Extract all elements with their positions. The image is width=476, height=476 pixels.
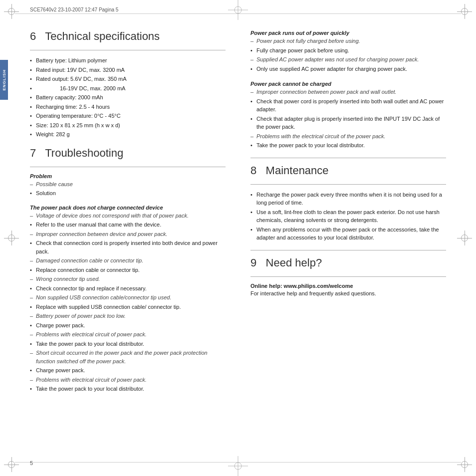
sol3: Replace connection cable or connector ti… (30, 266, 226, 274)
maintenance-item: When any problems occur with the power p… (250, 226, 446, 242)
r-sol5: Take the power pack to your local distri… (250, 141, 446, 150)
reg-mark-top-right (457, 4, 472, 19)
sol6: Charge power pack. (30, 321, 226, 330)
maintenance-item: Recharge the power pack every three mont… (250, 191, 446, 207)
section6-block: 6 Technical specifications Battery type:… (30, 30, 226, 139)
section9-divider (250, 276, 446, 277)
sidebar-tab: ENGLISH (0, 60, 8, 100)
section7-divider (30, 167, 226, 167)
section6-number: 6 (30, 30, 36, 42)
online-help-label: Online help: www.philips.com/welcome (250, 283, 446, 289)
subsection1-heading: The power pack does not charge connected… (30, 205, 226, 211)
crosshair-bottom (228, 456, 248, 476)
sol8: Charge power pack. (30, 366, 226, 375)
cause1: Voltage of device does not correspond wi… (30, 212, 226, 220)
reg-mark-mid-right (457, 231, 472, 245)
reg-mark-mid-left (4, 231, 19, 245)
sidebar-label: ENGLISH (2, 69, 6, 91)
cause3: Damaged connection cable or connector ti… (30, 256, 226, 265)
sol4: Check connector tip and replace if neces… (30, 284, 226, 293)
cause8: Short circuit occurred in the power pack… (30, 349, 226, 365)
cause6: Battery power of power pack too low. (30, 312, 226, 320)
section7-title: Troubleshooting (45, 147, 123, 159)
spec-item: Rated output: 5.6V DC, max. 350 mA (30, 75, 226, 83)
r-cause1: Power pack not fully charged before usin… (250, 37, 446, 45)
reg-mark-bottom-left (4, 457, 19, 472)
spec-item: Recharging time: 2.5 - 4 hours (30, 103, 226, 111)
cause4: Wrong connector tip used. (30, 275, 226, 283)
section8-heading: 8 Maintenance (250, 164, 446, 179)
left-column: 6 Technical specifications Battery type:… (30, 30, 231, 451)
power-cannot-charge-heading: Power pack cannot be charged (250, 81, 446, 87)
power-cannot-charge-section: Power pack cannot be charged Improper co… (250, 81, 446, 150)
section8-block: 8 Maintenance Recharge the power pack ev… (250, 164, 446, 242)
r-sol1: Fully charge power pack before using. (250, 46, 446, 55)
r-cause4: Problems with the electrical circuit of … (250, 132, 446, 141)
sol2: Check that connection cord is properly i… (30, 239, 226, 255)
section9-block: 9 Need help? Online help: www.philips.co… (250, 256, 446, 296)
reg-mark-bottom-right (457, 457, 472, 472)
maintenance-item: Use a soft, lint-free cloth to clean the… (250, 208, 446, 225)
section9-title: Need help? (266, 256, 322, 269)
r-sol2: Only use supplied AC power adapter for c… (250, 65, 446, 73)
right-column: Power pack runs out of power quickly Pow… (245, 30, 446, 451)
cause5: Non supplied USB connection cable/connec… (30, 293, 226, 302)
spec-list: Battery type: Lithium polymer Rated inpu… (30, 56, 226, 139)
spec-item: Size: 120 x 81 x 25 mm (h x w x d) (30, 121, 226, 130)
cause-possible: Possible cause (30, 180, 226, 189)
cause7: Problems with electrical circuit of powe… (30, 330, 226, 339)
r-cause2: Supplied AC power adapter was not used f… (250, 55, 446, 64)
sol7: Take the power pack to your local distri… (30, 340, 226, 348)
section7-number: 7 (30, 147, 36, 159)
page: SCE7640v2 23-10-2007 12:47 Pagina 5 ENGL… (0, 0, 476, 476)
section8-number: 8 (250, 164, 256, 177)
cause9: Problems with electrical circuit of powe… (30, 376, 226, 384)
spec-item: Weight: 282 g (30, 130, 226, 139)
doc-header-text: SCE7640v2 23-10-2007 12:47 Pagina 5 (30, 7, 118, 12)
power-runs-out-heading: Power pack runs out of power quickly (250, 30, 446, 36)
spec-item: Battery capacity: 2000 mAh (30, 93, 226, 102)
spec-item: Battery type: Lithium polymer (30, 56, 226, 65)
r-sol3: Check that power cord is properly insert… (250, 97, 446, 114)
section7-block: 7 Troubleshooting Problem Possible cause… (30, 147, 226, 393)
right-divider2 (250, 250, 446, 250)
section8-title: Maintenance (266, 164, 329, 177)
sol9: Take the power pack to your local distri… (30, 385, 226, 393)
right-divider1 (250, 158, 446, 158)
section6-title: Technical specifications (45, 30, 160, 42)
section6-heading: 6 Technical specifications (30, 30, 226, 45)
r-sol4: Check that adapter plug is properly inse… (250, 115, 446, 131)
section9-heading: 9 Need help? (250, 256, 446, 271)
solution-example: Solution (30, 189, 226, 198)
sol1: Refer to the user manual that came with … (30, 221, 226, 229)
cause2: Improper connection between device and p… (30, 230, 226, 238)
spec-item: Operating temperature: 0°C - 45°C (30, 112, 226, 120)
r-cause3: Improper connection between power pack a… (250, 88, 446, 96)
online-help-text: For interactive help and frequently aske… (250, 290, 446, 296)
section8-divider (250, 184, 446, 185)
spec-item: Rated input: 19V DC, max. 3200 mA (30, 66, 226, 74)
spec-item: 16-19V DC, max. 2000 mA (30, 84, 226, 93)
sol5: Replace with supplied USB connection cab… (30, 303, 226, 311)
power-runs-out-section: Power pack runs out of power quickly Pow… (250, 30, 446, 73)
section9-number: 9 (250, 256, 256, 269)
page-number: 5 (30, 460, 33, 466)
problem-label: Problem (30, 173, 226, 179)
main-content: 6 Technical specifications Battery type:… (30, 30, 446, 451)
maintenance-list: Recharge the power pack every three mont… (250, 191, 446, 242)
section7-heading: 7 Troubleshooting (30, 147, 226, 162)
doc-header: SCE7640v2 23-10-2007 12:47 Pagina 5 (30, 7, 446, 12)
section6-divider (30, 50, 226, 50)
reg-mark-top-left (4, 4, 19, 19)
